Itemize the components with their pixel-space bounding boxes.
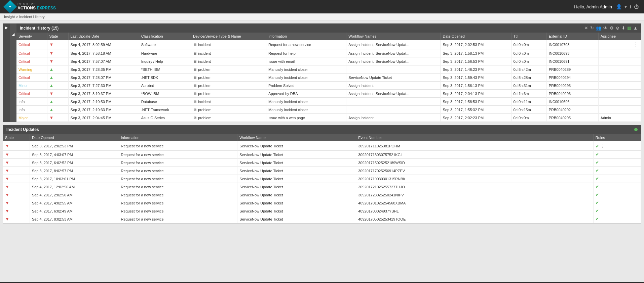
cell-date-opened: Sep 3, 2017, 2:02:23 PM bbox=[441, 114, 511, 122]
cell-upd-date: Sep 3, 2017, 4:03:07 PM bbox=[30, 151, 119, 159]
state-up-icon: ▲ bbox=[49, 75, 54, 80]
logo-express: EXPRESS bbox=[37, 6, 56, 10]
cell-upd-state: ▼ bbox=[3, 199, 30, 207]
cell-state: ▲ bbox=[47, 106, 68, 114]
cell-severity[interactable]: Major bbox=[16, 114, 47, 122]
collapse-icon[interactable]: ▲ bbox=[633, 26, 638, 31]
excel-icon[interactable]: ▦ bbox=[627, 26, 631, 31]
breadcrumb: Insight > Incident History bbox=[0, 13, 644, 20]
row-menu-dots[interactable]: ⋮ bbox=[633, 41, 639, 48]
cell-workflow: Assign Incident bbox=[346, 114, 441, 122]
cell-upd-workflow: ServiceNow Update Ticket bbox=[237, 151, 356, 159]
th-upd-date: Date Opened bbox=[30, 134, 119, 141]
cell-upd-workflow: ServiceNow Update Ticket bbox=[237, 183, 356, 191]
table-row: Critical ▼ Sep 4, 2017, 8:02:59 AM Softw… bbox=[16, 40, 641, 49]
cell-severity[interactable]: Critical bbox=[16, 49, 47, 57]
rule-checkmark: ✔ bbox=[596, 144, 599, 148]
cell-upd-state: ▼ bbox=[3, 159, 30, 167]
state-up-icon: ▲ bbox=[49, 83, 54, 88]
incident-history-header-icons: ✕ ↻ 👥 👁 ⚙ ⊘ ⬇ ▦ ▲ bbox=[584, 26, 638, 31]
cell-information: Issue with email bbox=[266, 57, 346, 65]
cell-severity[interactable]: Info bbox=[16, 106, 47, 114]
state-down-icon: ▼ bbox=[5, 217, 9, 222]
cell-upd-rules: ✔ ⋮ bbox=[593, 141, 641, 151]
cell-assignee: Admin bbox=[598, 114, 641, 122]
cell-workflow: Assign Incident, ServiceNow Updat... bbox=[346, 90, 441, 98]
cell-classification: *BETH-IBM bbox=[139, 65, 191, 74]
rule-checkmark: ✔ bbox=[596, 185, 599, 189]
cell-information: Manually incident closer bbox=[266, 98, 346, 106]
severity-label: Critical bbox=[18, 76, 30, 80]
cell-device: 🖥problem bbox=[191, 74, 266, 82]
state-up-icon: ▲ bbox=[49, 67, 54, 72]
cell-upd-date: Sep 4, 2017, 8:02:53 AM bbox=[30, 215, 119, 223]
refresh-icon[interactable]: ↻ bbox=[590, 26, 594, 31]
power-icon[interactable]: ⏻ bbox=[634, 4, 639, 9]
cell-device: 🖥incident bbox=[191, 49, 266, 57]
logo-actions: ACTIONS bbox=[17, 6, 36, 10]
cell-upd-date: Sep 3, 2017, 6:02:52 PM bbox=[30, 159, 119, 167]
cell-severity[interactable]: Minor bbox=[16, 82, 47, 90]
cell-severity[interactable]: Critical bbox=[16, 57, 47, 65]
green-status-dot bbox=[634, 128, 638, 131]
cell-upd-information: Request for a new service bbox=[119, 159, 237, 167]
cell-ttr: 0d:1h:6m bbox=[511, 90, 546, 98]
cell-severity[interactable]: Critical bbox=[16, 74, 47, 82]
cell-external-id: PRB0040294 bbox=[546, 74, 598, 82]
cell-upd-event: 409201705025253419TOOE bbox=[356, 215, 594, 223]
navbar-right-icons: 👤 ▾ ℹ ⏻ bbox=[616, 4, 639, 9]
table-row: Critical ▲ Sep 3, 2017, 7:28:07 PM .NET … bbox=[16, 74, 641, 82]
rule-checkmark: ✔ bbox=[596, 193, 599, 197]
user-icon[interactable]: 👤 bbox=[616, 4, 622, 9]
cell-severity[interactable]: Warning bbox=[16, 65, 47, 74]
users-icon[interactable]: 👥 bbox=[596, 26, 601, 31]
settings-icon[interactable]: ⚙ bbox=[610, 26, 614, 31]
chevron-down-icon[interactable]: ▾ bbox=[624, 4, 627, 9]
severity-label: Minor bbox=[18, 84, 28, 88]
cell-date-opened: Sep 3, 2017, 1:58:13 PM bbox=[441, 49, 511, 57]
export-icon[interactable]: ⬇ bbox=[621, 26, 625, 31]
cell-severity[interactable]: Critical bbox=[16, 40, 47, 49]
cell-ttr: 0d:0h:15m bbox=[511, 106, 546, 114]
th-information: Information bbox=[266, 33, 346, 40]
info-icon[interactable]: ℹ bbox=[630, 4, 631, 9]
cell-information: Issue with a web page bbox=[266, 114, 346, 122]
incident-history-table: Severity State Last Update Date Classifi… bbox=[16, 33, 641, 122]
cell-upd-workflow: ServiceNow Update Ticket bbox=[237, 167, 356, 175]
rule-checkmark: ✔ bbox=[596, 201, 599, 205]
row-menu-dots[interactable]: ⋮ bbox=[600, 143, 605, 149]
logo-diamond-inner: ✦ bbox=[9, 5, 11, 8]
cell-external-id: PRB0040296 bbox=[546, 90, 598, 98]
cell-external-id: PRB0040292 bbox=[546, 106, 598, 114]
cell-assignee bbox=[598, 65, 641, 74]
state-down-icon: ▼ bbox=[5, 200, 9, 205]
cell-state: ▼ bbox=[47, 114, 68, 122]
close-icon[interactable]: ✕ bbox=[584, 26, 588, 31]
cell-severity[interactable]: Critical bbox=[16, 90, 47, 98]
sidebar-filter[interactable]: ◢ bbox=[10, 23, 16, 122]
th-state: State bbox=[47, 33, 68, 40]
stop-icon[interactable]: ⊘ bbox=[616, 26, 619, 31]
rule-checkmark: ✔ bbox=[596, 217, 599, 221]
th-upd-state: State bbox=[3, 134, 30, 141]
cell-last-update: Sep 3, 2017, 2:10:50 PM bbox=[68, 98, 139, 106]
eye-icon[interactable]: 👁 bbox=[603, 26, 608, 31]
incident-updates-header: Incident Updates bbox=[3, 125, 641, 134]
incident-history-header: Incident History (15) ✕ ↻ 👥 👁 ⚙ ⊘ ⬇ ▦ ▲ bbox=[16, 23, 641, 33]
cell-workflow bbox=[346, 106, 441, 114]
cell-state: ▼ bbox=[47, 40, 68, 49]
cell-upd-event: 309201721025255727THJO bbox=[356, 183, 594, 191]
cell-assignee bbox=[598, 57, 641, 65]
incident-history-header-row: Severity State Last Update Date Classifi… bbox=[16, 33, 641, 40]
cell-upd-event: 309201713030757521KGI bbox=[356, 151, 594, 159]
th-upd-rules: Rules bbox=[593, 134, 641, 141]
cell-upd-date: Sep 3, 2017, 10:03:01 PM bbox=[30, 175, 119, 183]
incident-updates-table: State Date Opened Information Workflow N… bbox=[3, 134, 641, 223]
sidebar-toggle[interactable]: ▶ bbox=[3, 23, 10, 122]
cell-upd-rules: ✔ bbox=[593, 159, 641, 167]
cell-severity[interactable]: Info bbox=[16, 98, 47, 106]
main-content: ▶ ◢ Incident History (15) ✕ ↻ 👥 👁 ⚙ ⊘ ⬇ … bbox=[0, 20, 644, 282]
cell-upd-event: 409201701025254568XBMA bbox=[356, 199, 594, 207]
incident-updates-panel: Incident Updates State Date Opened Infor… bbox=[3, 125, 641, 224]
cell-upd-event: 309201715025252189WSID bbox=[356, 159, 594, 167]
